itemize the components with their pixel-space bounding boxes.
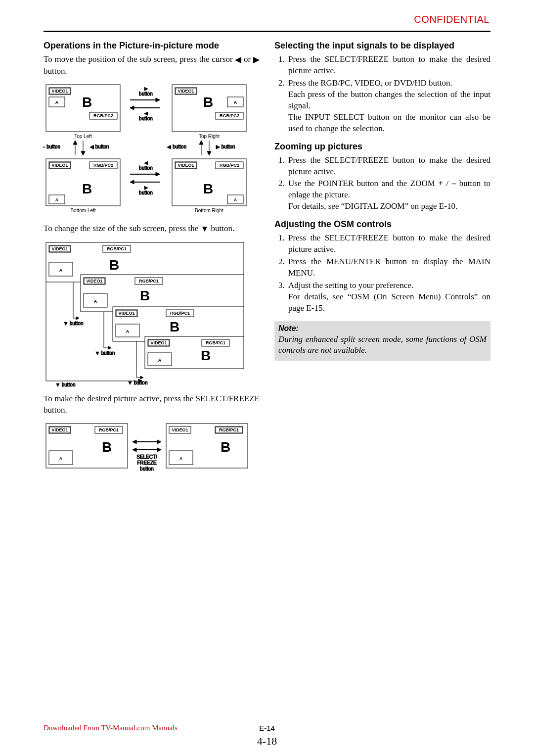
svg-text:VIDEO1: VIDEO1: [51, 163, 68, 168]
svg-text:RGB/PC1: RGB/PC1: [139, 279, 159, 284]
svg-text:A: A: [55, 100, 59, 105]
text: To move the position of the sub screen, …: [44, 54, 235, 64]
list-osm: 1.Press the SELECT/FREEZE button to make…: [274, 233, 490, 314]
confidential-stamp: CONFIDENTIAL: [414, 14, 490, 25]
svg-text:VIDEO1: VIDEO1: [178, 163, 194, 168]
svg-text:VIDEO1: VIDEO1: [150, 340, 167, 345]
left-column: Operations in the Picture-in-picture mod…: [44, 39, 260, 480]
para-change-size: To change the size of the sub screen, pr…: [44, 223, 260, 235]
svg-text:FREEZE: FREEZE: [137, 460, 157, 466]
para-make-active: To make the desired picture active, pres…: [44, 393, 260, 416]
svg-text:◀ button: ◀ button: [90, 144, 109, 149]
svg-text:▼ button: ▼ button: [95, 350, 115, 356]
triangle-right-icon: ▶: [253, 54, 260, 66]
svg-text:▼ button: ▼ button: [63, 321, 83, 326]
svg-text:VIDEO1: VIDEO1: [51, 427, 68, 432]
diagram-position: VIDEO1 RGB/PC2 VIDEO1 RGB/PC2 B A Top Le…: [44, 82, 260, 218]
svg-text:RGB/PC2: RGB/PC2: [93, 163, 113, 168]
svg-text:button: button: [139, 91, 153, 96]
text: Press the SELECT/FREEZE button to make t…: [288, 54, 490, 77]
svg-text:A: A: [126, 329, 130, 334]
svg-text:B: B: [170, 319, 179, 334]
svg-text:RGB/PC2: RGB/PC2: [93, 113, 113, 118]
svg-text:RGB/PC1: RGB/PC1: [107, 246, 127, 251]
svg-text:button: button: [139, 116, 153, 121]
text: Adjust the setting to your preference. F…: [288, 280, 490, 314]
svg-text:B: B: [203, 181, 213, 196]
text: Press the MENU/ENTER button to display t…: [288, 256, 490, 279]
svg-text:RGB/PC1: RGB/PC1: [99, 427, 119, 432]
svg-text:button: button: [140, 466, 154, 472]
svg-text:RGB/PC1: RGB/PC1: [219, 427, 239, 432]
text: Press the RGB/PC, VIDEO, or DVD/HD butto…: [288, 78, 490, 135]
diagram-select-freeze: VIDEO1 RGB/PC1 B A VIDEO1 RGB/PC1 B A: [44, 421, 260, 475]
diagram-size: VIDEO1 RGB/PC1 B A VIDEO1 RGB/PC1 B A: [44, 240, 260, 388]
text: or: [241, 54, 253, 64]
svg-text:A: A: [234, 197, 237, 202]
svg-text:button: button: [139, 190, 153, 195]
triangle-down-icon: ▼: [200, 224, 209, 235]
svg-text:RGB/PC2: RGB/PC2: [220, 163, 239, 168]
svg-text:VIDEO1: VIDEO1: [178, 89, 194, 94]
note-title: Note:: [278, 324, 487, 333]
svg-text:VIDEO1: VIDEO1: [118, 311, 134, 316]
heading-zoom: Zooming up pictures: [274, 142, 490, 152]
svg-text:Top Right: Top Right: [199, 134, 220, 139]
svg-text:▼ button: ▼ button: [128, 380, 147, 385]
num: 2.: [278, 256, 288, 279]
text: button.: [44, 66, 67, 76]
svg-text:B: B: [221, 439, 230, 455]
svg-text:B: B: [201, 348, 211, 363]
num: 1.: [278, 155, 288, 178]
list-zoom: 1.Press the SELECT/FREEZE button to make…: [274, 155, 490, 213]
svg-text:B: B: [140, 288, 150, 303]
footer: Downloaded From TV-Manual.com Manuals E-…: [44, 724, 490, 732]
horizontal-rule: [44, 31, 490, 32]
list-select-input: 1.Press the SELECT/FREEZE button to make…: [274, 54, 490, 135]
text: button.: [209, 224, 234, 233]
svg-text:A: A: [179, 456, 183, 461]
svg-text:Top Left: Top Left: [74, 134, 92, 139]
triangle-left-icon: ◀: [235, 54, 241, 66]
svg-text:RGB/PC1: RGB/PC1: [170, 311, 190, 316]
svg-text:◀: ◀: [144, 160, 148, 165]
svg-text:VIDEO1: VIDEO1: [51, 89, 68, 94]
text: Press the SELECT/FREEZE button to make t…: [288, 155, 490, 178]
text: Press the SELECT/FREEZE button to make t…: [288, 233, 490, 255]
svg-text:VIDEO1: VIDEO1: [51, 246, 68, 251]
svg-text:SELECT/: SELECT/: [136, 454, 157, 460]
svg-text:A: A: [158, 358, 162, 363]
heading-select-input: Selecting the input signals to be displa…: [274, 41, 490, 51]
svg-text:A: A: [234, 100, 237, 105]
svg-text:▶: ▶: [144, 86, 148, 91]
svg-text:button: button: [139, 165, 153, 171]
num: 1.: [278, 233, 288, 255]
svg-text:Bottom Right: Bottom Right: [195, 208, 223, 213]
para-move-sub: To move the position of the sub screen, …: [44, 54, 260, 77]
svg-text:B: B: [82, 94, 92, 110]
svg-text:◀: ◀: [144, 111, 148, 116]
svg-text:B: B: [82, 181, 92, 196]
page-number-4-18: 4-18: [257, 735, 277, 748]
svg-text:▼ button: ▼ button: [55, 382, 75, 387]
svg-text:VIDEO1: VIDEO1: [172, 427, 188, 432]
svg-text:A: A: [59, 268, 63, 273]
svg-text:B: B: [203, 94, 213, 110]
svg-text:RGB/PC2: RGB/PC2: [220, 113, 239, 118]
svg-text:B: B: [102, 439, 112, 455]
svg-text:A: A: [59, 456, 63, 461]
svg-text:A: A: [94, 299, 97, 304]
svg-text:B: B: [109, 257, 119, 273]
svg-text:Bottom Left: Bottom Left: [70, 208, 95, 213]
right-column: Selecting the input signals to be displa…: [274, 39, 490, 480]
svg-text:▶ button: ▶ button: [44, 144, 60, 149]
note-body: During enhanced split screen mode, some …: [278, 334, 487, 356]
svg-text:◀ button: ◀ button: [167, 144, 186, 149]
svg-text:VIDEO1: VIDEO1: [86, 279, 102, 284]
svg-text:A: A: [55, 197, 59, 202]
text: To change the size of the sub screen, pr…: [44, 224, 200, 233]
num: 3.: [278, 280, 288, 314]
note-box: Note: During enhanced split screen mode,…: [274, 321, 490, 361]
svg-text:▶: ▶: [144, 185, 148, 190]
content-columns: Operations in the Picture-in-picture mod…: [44, 39, 490, 480]
